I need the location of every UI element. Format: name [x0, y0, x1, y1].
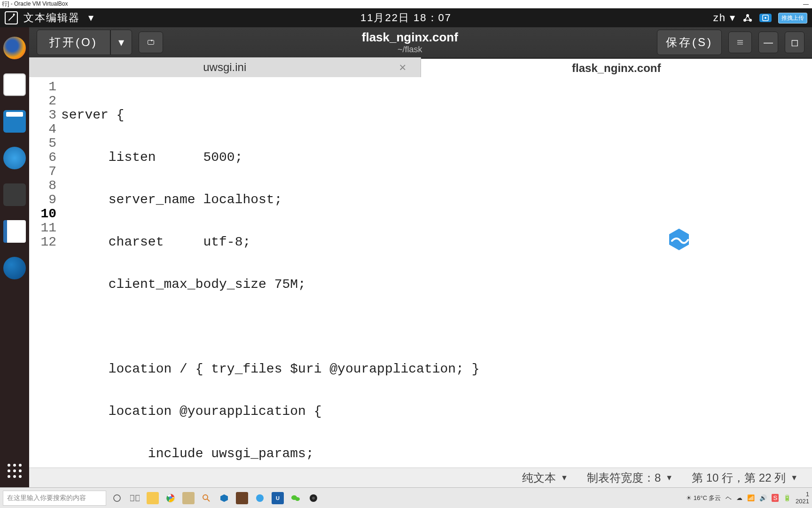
- cursor-position[interactable]: 第 10 行，第 22 列▼: [692, 470, 798, 485]
- save-button[interactable]: 保存(S): [657, 30, 722, 55]
- host-minimize-button[interactable]: —: [802, 1, 810, 8]
- svg-marker-13: [220, 494, 228, 502]
- dock: [0, 27, 29, 487]
- weather-widget[interactable]: ☀ 16°C 多云: [686, 494, 721, 502]
- tb-app1-icon[interactable]: [182, 492, 195, 504]
- minimize-button[interactable]: —: [758, 32, 778, 53]
- svg-point-7: [114, 495, 120, 501]
- code-line: server_name localhost;: [61, 193, 812, 207]
- code-line: [61, 320, 812, 334]
- tray-cloud-icon[interactable]: ☁: [736, 494, 742, 501]
- tb-wechat-icon[interactable]: [289, 492, 302, 504]
- clock[interactable]: 11月22日 18：07: [360, 11, 452, 25]
- code-text[interactable]: server { listen 5000; server_name localh…: [61, 80, 812, 468]
- search-placeholder: 在这里输入你要搜索的内容: [7, 494, 86, 502]
- tab-label: uwsgi.ini: [203, 61, 246, 74]
- search-input[interactable]: 在这里输入你要搜索的内容: [3, 491, 106, 506]
- network-icon[interactable]: [742, 13, 753, 23]
- dock-app-blue[interactable]: [3, 147, 26, 169]
- tab-label: flask_nginx.conf: [572, 62, 661, 75]
- tb-cortana-icon[interactable]: [111, 492, 123, 504]
- tray-date[interactable]: 12021: [796, 491, 809, 505]
- open-dropdown[interactable]: ▾: [110, 30, 132, 55]
- svg-point-12: [203, 495, 208, 500]
- dock-apps-grid[interactable]: [8, 464, 22, 478]
- tb-obs-icon[interactable]: [307, 492, 320, 504]
- code-line: client_max_body_size 75M;: [61, 278, 812, 292]
- host-title: 行] - Oracle VM VirtualBox: [2, 0, 68, 8]
- svg-rect-9: [136, 495, 140, 501]
- tray-wifi-icon[interactable]: 📶: [747, 494, 755, 501]
- dock-text-editor[interactable]: [3, 220, 26, 243]
- tb-chrome-icon[interactable]: [164, 492, 177, 504]
- windows-taskbar: 在这里输入你要搜索的内容 U ☀ 16°C 多云 ヘ ☁ 📶 🔊 S 🔋 120…: [0, 487, 812, 508]
- open-button[interactable]: 打开(O): [37, 30, 110, 55]
- syntax-selector[interactable]: 纯文本▼: [522, 470, 568, 485]
- file-name-label: flask_nginx.conf: [170, 30, 650, 45]
- vbox-indicator[interactable]: [759, 14, 772, 22]
- editor-headerbar: 打开(O) ▾ flask_nginx.conf ~/flask 保存(S) —…: [29, 27, 812, 57]
- tb-app4-icon[interactable]: U: [272, 492, 284, 504]
- ime-indicator[interactable]: zh ▾: [713, 12, 736, 24]
- upload-badge[interactable]: 推拽上传: [778, 13, 807, 24]
- hamburger-menu[interactable]: [728, 32, 752, 53]
- app-menu[interactable]: 文本编辑器 ▾: [5, 11, 94, 25]
- code-line: location @yourapplication {: [61, 405, 812, 419]
- tb-app2-icon[interactable]: [236, 492, 248, 504]
- code-line: include uwsgi_params;: [61, 447, 812, 461]
- tab-bar: uwsgi.ini × flask_nginx.conf: [29, 57, 812, 77]
- gnome-top-bar: 文本编辑器 ▾ 11月22日 18：07 zh ▾ 推拽上传: [0, 8, 812, 27]
- tb-taskview-icon[interactable]: [129, 492, 141, 504]
- tray-chevron-icon[interactable]: ヘ: [726, 494, 732, 502]
- svg-point-18: [312, 497, 315, 500]
- dock-terminal[interactable]: [3, 183, 26, 206]
- tb-search-icon[interactable]: [200, 492, 212, 504]
- code-line: location / { try_files $uri @yourapplica…: [61, 362, 812, 376]
- line-gutter: 1 2 3 4 5 6 7 8 9 10 11 12: [29, 80, 61, 468]
- dock-firefox[interactable]: [3, 37, 26, 59]
- dock-nautilus[interactable]: [3, 110, 26, 133]
- tray-battery-icon[interactable]: 🔋: [783, 494, 791, 501]
- app-name-label: 文本编辑器: [23, 11, 80, 25]
- close-icon[interactable]: ×: [399, 60, 406, 75]
- tb-virtualbox-icon[interactable]: [218, 492, 230, 504]
- tab-flask-nginx-conf[interactable]: flask_nginx.conf: [421, 57, 812, 77]
- maximize-button[interactable]: ◻: [785, 32, 804, 53]
- dock-thunderbird[interactable]: [3, 257, 26, 279]
- tb-app3-icon[interactable]: [254, 492, 266, 504]
- tb-explorer-icon[interactable]: [147, 492, 159, 504]
- editor-window: 打开(O) ▾ flask_nginx.conf ~/flask 保存(S) —…: [29, 27, 812, 487]
- svg-rect-8: [130, 495, 134, 501]
- new-tab-button[interactable]: [139, 32, 163, 53]
- code-line: server {: [61, 108, 812, 122]
- svg-rect-5: [148, 40, 154, 45]
- tray-ime-icon[interactable]: S: [772, 494, 779, 502]
- editor-app-icon: [5, 11, 18, 24]
- chevron-down-icon: ▾: [88, 12, 94, 24]
- code-line: listen 5000;: [61, 151, 812, 165]
- tab-uwsgi-ini[interactable]: uwsgi.ini ×: [29, 57, 421, 77]
- file-path-label: ~/flask: [170, 45, 650, 55]
- status-bar: 纯文本▼ 制表符宽度：8▼ 第 10 行，第 22 列▼: [29, 468, 812, 487]
- svg-point-16: [295, 497, 300, 501]
- dock-files[interactable]: [3, 73, 26, 96]
- code-line: charset utf-8;: [61, 235, 812, 249]
- svg-point-14: [256, 494, 264, 502]
- svg-point-4: [765, 17, 766, 19]
- tab-width-selector[interactable]: 制表符宽度：8▼: [587, 470, 673, 485]
- host-titlebar: 行] - Oracle VM VirtualBox —: [0, 0, 812, 8]
- code-area[interactable]: 1 2 3 4 5 6 7 8 9 10 11 12 server { list…: [29, 77, 812, 468]
- tray-volume-icon[interactable]: 🔊: [759, 494, 767, 501]
